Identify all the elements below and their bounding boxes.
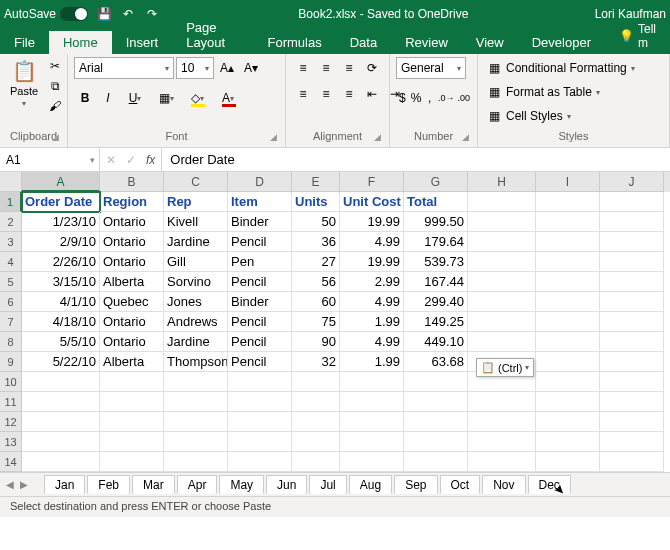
cell[interactable]: Pencil (228, 312, 292, 332)
cell[interactable]: Pencil (228, 352, 292, 372)
cell[interactable] (600, 412, 664, 432)
cell[interactable]: Pencil (228, 332, 292, 352)
cell[interactable] (536, 332, 600, 352)
font-color-button[interactable]: A ▾ (213, 87, 243, 109)
cell[interactable] (468, 332, 536, 352)
toggle-switch-icon[interactable] (60, 7, 88, 21)
cell[interactable] (404, 372, 468, 392)
cell[interactable]: 299.40 (404, 292, 468, 312)
cell[interactable] (468, 432, 536, 452)
cell[interactable] (404, 412, 468, 432)
cell[interactable]: Rep (164, 192, 228, 212)
cell[interactable]: 4.99 (340, 332, 404, 352)
row-header[interactable]: 1 (0, 192, 22, 212)
col-header[interactable]: D (228, 172, 292, 192)
cell[interactable] (164, 392, 228, 412)
cell[interactable]: 19.99 (340, 252, 404, 272)
cell[interactable] (22, 452, 100, 472)
percent-format-icon[interactable]: % (410, 87, 423, 109)
cell[interactable] (404, 392, 468, 412)
row-header[interactable]: 2 (0, 212, 22, 232)
row-header[interactable]: 10 (0, 372, 22, 392)
cell[interactable] (536, 352, 600, 372)
cell[interactable] (536, 372, 600, 392)
sheet-tab-feb[interactable]: Feb (87, 475, 130, 494)
align-right-icon[interactable]: ≡ (338, 83, 360, 105)
cell[interactable] (228, 432, 292, 452)
formula-input[interactable]: Order Date (162, 148, 670, 171)
cell[interactable] (468, 292, 536, 312)
undo-icon[interactable]: ↶ (120, 6, 136, 22)
col-header[interactable]: B (100, 172, 164, 192)
tell-me[interactable]: 💡Tell m (605, 18, 670, 54)
cell[interactable] (100, 372, 164, 392)
cell[interactable]: 449.10 (404, 332, 468, 352)
cell[interactable]: Ontario (100, 312, 164, 332)
row-header[interactable]: 11 (0, 392, 22, 412)
cell[interactable] (536, 212, 600, 232)
cell[interactable]: Item (228, 192, 292, 212)
enter-icon[interactable]: ✓ (126, 153, 136, 167)
cell[interactable]: 90 (292, 332, 340, 352)
cell[interactable]: 63.68 (404, 352, 468, 372)
cell[interactable] (536, 192, 600, 212)
cell[interactable]: 36 (292, 232, 340, 252)
cell[interactable]: Thompson (164, 352, 228, 372)
dialog-launcher-icon[interactable]: ◢ (462, 132, 469, 142)
cell[interactable] (536, 452, 600, 472)
cell-styles-button[interactable]: ▦Cell Styles▾ (484, 105, 637, 127)
cell[interactable] (600, 212, 664, 232)
cell[interactable]: 75 (292, 312, 340, 332)
number-format-select[interactable]: General▾ (396, 57, 466, 79)
cell[interactable] (292, 372, 340, 392)
cell[interactable]: 167.44 (404, 272, 468, 292)
cell[interactable]: 4/1/10 (22, 292, 100, 312)
cell[interactable] (228, 372, 292, 392)
cell[interactable] (22, 412, 100, 432)
cell[interactable]: 19.99 (340, 212, 404, 232)
cell[interactable] (340, 432, 404, 452)
sheet-tab-aug[interactable]: Aug (349, 475, 392, 494)
col-header[interactable]: G (404, 172, 468, 192)
cell[interactable] (600, 372, 664, 392)
cell[interactable]: 5/5/10 (22, 332, 100, 352)
cell[interactable]: Total (404, 192, 468, 212)
cell[interactable]: Pencil (228, 232, 292, 252)
cell[interactable]: 1.99 (340, 352, 404, 372)
row-header[interactable]: 4 (0, 252, 22, 272)
cell[interactable] (600, 432, 664, 452)
cell[interactable]: Units (292, 192, 340, 212)
redo-icon[interactable]: ↷ (144, 6, 160, 22)
cell[interactable]: 2/26/10 (22, 252, 100, 272)
select-all-triangle[interactable] (0, 172, 22, 192)
comma-format-icon[interactable]: , (423, 87, 436, 109)
cell[interactable] (600, 452, 664, 472)
sheet-tab-jan[interactable]: Jan (44, 475, 85, 494)
format-painter-icon[interactable]: 🖌 (46, 97, 64, 115)
cell[interactable]: 149.25 (404, 312, 468, 332)
cell[interactable] (292, 452, 340, 472)
cell[interactable] (536, 432, 600, 452)
cell[interactable] (164, 372, 228, 392)
cell[interactable]: 5/22/10 (22, 352, 100, 372)
cell[interactable] (228, 412, 292, 432)
cell[interactable] (600, 232, 664, 252)
cell[interactable]: Binder (228, 292, 292, 312)
cell[interactable] (100, 432, 164, 452)
row-header[interactable]: 13 (0, 432, 22, 452)
cell[interactable] (536, 252, 600, 272)
cell[interactable]: Andrews (164, 312, 228, 332)
autosave-toggle[interactable]: AutoSave (4, 7, 88, 21)
col-header[interactable]: A (22, 172, 100, 192)
sheet-tab-apr[interactable]: Apr (177, 475, 218, 494)
cell[interactable] (164, 432, 228, 452)
row-header[interactable]: 6 (0, 292, 22, 312)
cell[interactable]: 4.99 (340, 292, 404, 312)
col-header[interactable]: E (292, 172, 340, 192)
cell[interactable]: 999.50 (404, 212, 468, 232)
cell[interactable] (292, 412, 340, 432)
cell[interactable] (22, 392, 100, 412)
align-bottom-icon[interactable]: ≡ (338, 57, 360, 79)
cell[interactable]: Binder (228, 212, 292, 232)
row-header[interactable]: 5 (0, 272, 22, 292)
